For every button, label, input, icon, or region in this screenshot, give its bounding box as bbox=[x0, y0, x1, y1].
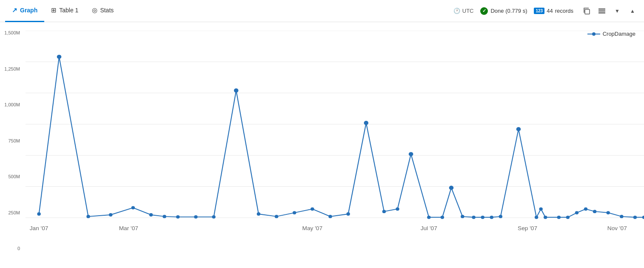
dp-jun-peak bbox=[364, 121, 368, 125]
x-label-mar: Mar '07 bbox=[119, 225, 138, 231]
collapse-button[interactable]: ▲ bbox=[626, 5, 639, 17]
clock-icon: 🕐 bbox=[453, 8, 460, 14]
dp-sep4 bbox=[544, 216, 547, 219]
legend-item-cropdamage: CropDamage bbox=[587, 31, 635, 37]
tab-stats-label: Stats bbox=[100, 7, 114, 14]
legend-line-icon bbox=[587, 31, 600, 37]
tab-graph-label: Graph bbox=[20, 7, 37, 14]
dp-feb2 bbox=[109, 213, 112, 217]
dp-mar1 bbox=[194, 215, 197, 219]
records-label: records bbox=[555, 8, 573, 14]
stats-icon: ◎ bbox=[92, 6, 97, 14]
checkmark-icon: ✓ bbox=[480, 7, 488, 15]
dropdown-button[interactable]: ▼ bbox=[611, 5, 624, 17]
done-label: Done (0.779 s) bbox=[490, 8, 527, 14]
dp-apr3 bbox=[275, 215, 278, 218]
copy-button[interactable] bbox=[580, 5, 593, 17]
dp-nov2 bbox=[620, 215, 623, 218]
tab-graph[interactable]: ↗ Graph bbox=[5, 0, 44, 22]
svg-rect-3 bbox=[598, 12, 605, 14]
dp-feb3 bbox=[131, 206, 135, 209]
x-label-jul: Jul '07 bbox=[421, 225, 437, 231]
line-chart: Jan '07 Mar '07 May '07 Jul '07 Sep '07 … bbox=[26, 31, 644, 251]
records-icon: 123 bbox=[534, 8, 544, 14]
toolbar-right: 🕐 UTC ✓ Done (0.779 s) 123 44 records bbox=[453, 5, 639, 17]
dp-oct4 bbox=[584, 207, 587, 211]
tab-table1-label: Table 1 bbox=[59, 7, 78, 14]
y-label-750: 750M bbox=[8, 139, 20, 143]
legend-label-cropdamage: CropDamage bbox=[603, 31, 635, 37]
dp-aug3 bbox=[481, 216, 484, 219]
columns-button[interactable] bbox=[596, 5, 608, 17]
dp-feb4 bbox=[149, 213, 153, 217]
dp-oct3 bbox=[575, 211, 578, 214]
svg-rect-2 bbox=[598, 10, 605, 11]
y-label-1000: 1,000M bbox=[4, 103, 20, 107]
svg-rect-0 bbox=[585, 9, 590, 14]
dp-feb1 bbox=[86, 215, 90, 218]
dp-sep2 bbox=[535, 216, 538, 219]
dp-feb6 bbox=[176, 215, 180, 219]
toolbar: ↗ Graph ⊞ Table 1 ◎ Stats 🕐 UTC ✓ Done (… bbox=[0, 0, 644, 22]
dp-aug1 bbox=[461, 215, 464, 218]
dp-may3 bbox=[328, 215, 332, 218]
y-label-1250: 1,250M bbox=[4, 67, 20, 71]
toolbar-actions: ▼ ▲ bbox=[580, 5, 639, 17]
x-label-may: May '07 bbox=[302, 225, 323, 231]
dp-oct5 bbox=[593, 210, 596, 213]
chart-area: 1,500M 1,250M 1,000M 750M 500M 250M 0 Cr… bbox=[0, 22, 644, 268]
graph-icon: ↗ bbox=[12, 6, 17, 14]
dp-oct1 bbox=[557, 216, 561, 219]
dp-mar2 bbox=[212, 215, 215, 219]
dp-aug2 bbox=[472, 216, 475, 219]
dp-aug5 bbox=[499, 215, 502, 218]
dp-may1 bbox=[293, 211, 296, 214]
y-label-250: 250M bbox=[8, 211, 20, 215]
y-label-500: 500M bbox=[8, 174, 20, 179]
x-label-nov: Nov '07 bbox=[607, 225, 627, 231]
dp-dec1 bbox=[633, 216, 637, 219]
timezone-label: UTC bbox=[462, 8, 474, 14]
y-axis: 1,500M 1,250M 1,000M 750M 500M 250M 0 bbox=[0, 31, 23, 251]
x-label-jan: Jan '07 bbox=[30, 225, 48, 231]
dp-jul-sub bbox=[449, 186, 454, 190]
tab-stats[interactable]: ◎ Stats bbox=[85, 0, 120, 22]
x-label-sep: Sep '07 bbox=[518, 225, 537, 231]
dp-apr2 bbox=[257, 212, 260, 216]
done-status: ✓ Done (0.779 s) bbox=[480, 7, 527, 15]
dp-nov1 bbox=[606, 211, 610, 214]
chart-legend: CropDamage bbox=[587, 31, 635, 37]
dp-sep-peak bbox=[516, 127, 521, 131]
timezone-status: 🕐 UTC bbox=[453, 8, 474, 14]
table-icon: ⊞ bbox=[51, 6, 57, 14]
dp-jul3 bbox=[441, 216, 444, 219]
tab-group: ↗ Graph ⊞ Table 1 ◎ Stats bbox=[5, 0, 120, 22]
dp-jan1 bbox=[37, 212, 40, 216]
dp-oct2 bbox=[566, 216, 570, 219]
records-count: 44 bbox=[547, 8, 553, 14]
dp-jul-peak bbox=[409, 152, 413, 156]
svg-point-5 bbox=[592, 32, 596, 36]
dp-jan2-peak bbox=[57, 55, 62, 59]
y-label-1500: 1,500M bbox=[4, 31, 20, 35]
dp-sep3 bbox=[539, 207, 542, 211]
dp-apr-peak bbox=[234, 88, 239, 93]
records-badge: 123 44 records bbox=[534, 8, 573, 14]
dp-may2 bbox=[311, 207, 314, 211]
dp-feb5 bbox=[162, 215, 166, 218]
dp-aug4 bbox=[490, 216, 493, 219]
tab-table1[interactable]: ⊞ Table 1 bbox=[44, 0, 85, 22]
dp-jun2 bbox=[382, 210, 386, 213]
crop-damage-line bbox=[39, 57, 644, 217]
svg-rect-1 bbox=[598, 9, 605, 10]
y-label-0: 0 bbox=[17, 246, 20, 251]
dp-jul2 bbox=[427, 216, 430, 219]
dp-dec2 bbox=[642, 216, 644, 219]
dp-jun3 bbox=[396, 207, 399, 211]
dp-may4 bbox=[346, 212, 350, 216]
